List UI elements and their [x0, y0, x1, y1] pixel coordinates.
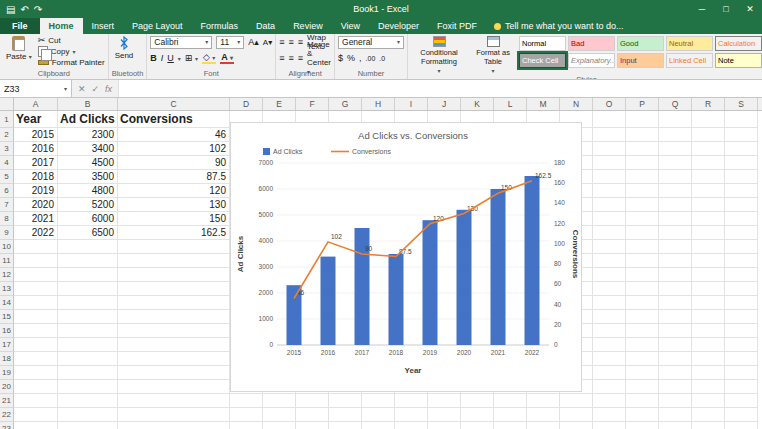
cell-B5[interactable]: 3500	[58, 170, 118, 184]
cell-R4[interactable]	[692, 156, 725, 170]
cell-C14[interactable]	[118, 296, 230, 310]
cell-B17[interactable]	[58, 338, 118, 352]
decrease-decimal-button[interactable]: .0	[379, 55, 385, 62]
cell-P2[interactable]	[626, 128, 659, 142]
cell-P5[interactable]	[626, 170, 659, 184]
cell-A15[interactable]	[14, 310, 58, 324]
cell-O1[interactable]	[593, 111, 626, 128]
column-header-J[interactable]: J	[428, 98, 461, 110]
column-header-F[interactable]: F	[296, 98, 329, 110]
cell-R7[interactable]	[692, 198, 725, 212]
cell-P3[interactable]	[626, 142, 659, 156]
cell-C8[interactable]: 150	[118, 212, 230, 226]
cell-A13[interactable]	[14, 282, 58, 296]
cell-B7[interactable]: 5200	[58, 198, 118, 212]
cell-B11[interactable]	[58, 254, 118, 268]
cell-G22[interactable]	[329, 408, 362, 422]
cell-B3[interactable]: 3400	[58, 142, 118, 156]
cell-S14[interactable]	[725, 296, 758, 310]
cut-button[interactable]: ✂Cut	[38, 36, 105, 45]
cell-R9[interactable]	[692, 226, 725, 240]
cell-A10[interactable]	[14, 240, 58, 254]
cell-O7[interactable]	[593, 198, 626, 212]
cell-A12[interactable]	[14, 268, 58, 282]
cell-A23[interactable]	[14, 422, 58, 429]
cell-O11[interactable]	[593, 254, 626, 268]
row-header-22[interactable]: 22	[0, 408, 14, 422]
cell-C6[interactable]: 120	[118, 184, 230, 198]
cell-P10[interactable]	[626, 240, 659, 254]
cell-H22[interactable]	[362, 408, 395, 422]
cell-O5[interactable]	[593, 170, 626, 184]
conditional-formatting-button[interactable]: Conditional Formatting▾	[411, 35, 467, 75]
cell-S13[interactable]	[725, 282, 758, 296]
cell-P1[interactable]	[626, 111, 659, 128]
cell-S8[interactable]	[725, 212, 758, 226]
cell-B19[interactable]	[58, 366, 118, 380]
cell-S10[interactable]	[725, 240, 758, 254]
row-header-6[interactable]: 6	[0, 184, 14, 198]
tab-view[interactable]: View	[332, 18, 369, 34]
row-header-21[interactable]: 21	[0, 394, 14, 408]
tab-home[interactable]: Home	[40, 18, 83, 34]
cell-S17[interactable]	[725, 338, 758, 352]
cell-O13[interactable]	[593, 282, 626, 296]
cell-R18[interactable]	[692, 352, 725, 366]
cell-S6[interactable]	[725, 184, 758, 198]
bottom-align-icon[interactable]: ≡	[298, 37, 303, 47]
cell-Q2[interactable]	[659, 128, 692, 142]
row-header-15[interactable]: 15	[0, 310, 14, 324]
cell-C18[interactable]	[118, 352, 230, 366]
cell-Q20[interactable]	[659, 380, 692, 394]
cell-S3[interactable]	[725, 142, 758, 156]
cell-J23[interactable]	[428, 422, 461, 429]
cell-P13[interactable]	[626, 282, 659, 296]
cell-Q6[interactable]	[659, 184, 692, 198]
cell-A19[interactable]	[14, 366, 58, 380]
cell-C11[interactable]	[118, 254, 230, 268]
cell-R17[interactable]	[692, 338, 725, 352]
chart[interactable]: 0100020003000400050006000700002040608010…	[230, 122, 582, 392]
row-header-10[interactable]: 10	[0, 240, 14, 254]
cell-O23[interactable]	[593, 422, 626, 429]
cell-S11[interactable]	[725, 254, 758, 268]
cell-M23[interactable]	[527, 422, 560, 429]
cell-P8[interactable]	[626, 212, 659, 226]
column-header-I[interactable]: I	[395, 98, 428, 110]
row-header-9[interactable]: 9	[0, 226, 14, 240]
cell-S7[interactable]	[725, 198, 758, 212]
cell-style-normal[interactable]: Normal	[519, 36, 566, 51]
cell-G21[interactable]	[329, 394, 362, 408]
cell-S16[interactable]	[725, 324, 758, 338]
cell-O8[interactable]	[593, 212, 626, 226]
cell-A17[interactable]	[14, 338, 58, 352]
row-header-12[interactable]: 12	[0, 268, 14, 282]
cell-L23[interactable]	[494, 422, 527, 429]
cell-A22[interactable]	[14, 408, 58, 422]
cell-Q12[interactable]	[659, 268, 692, 282]
cell-Q22[interactable]	[659, 408, 692, 422]
cell-S4[interactable]	[725, 156, 758, 170]
cell-N21[interactable]	[560, 394, 593, 408]
row-header-23[interactable]: 23	[0, 422, 14, 429]
column-header-E[interactable]: E	[263, 98, 296, 110]
cell-S5[interactable]	[725, 170, 758, 184]
cell-C15[interactable]	[118, 310, 230, 324]
cell-style-neutral[interactable]: Neutral	[666, 36, 713, 51]
cell-Q23[interactable]	[659, 422, 692, 429]
cell-D21[interactable]	[230, 394, 263, 408]
insert-function-icon[interactable]: fx	[105, 84, 112, 94]
cell-S9[interactable]	[725, 226, 758, 240]
column-header-O[interactable]: O	[593, 98, 626, 110]
cell-Q18[interactable]	[659, 352, 692, 366]
cell-S18[interactable]	[725, 352, 758, 366]
column-header-R[interactable]: R	[692, 98, 725, 110]
cell-B8[interactable]: 6000	[58, 212, 118, 226]
cell-O19[interactable]	[593, 366, 626, 380]
cell-P19[interactable]	[626, 366, 659, 380]
cell-H21[interactable]	[362, 394, 395, 408]
cell-R16[interactable]	[692, 324, 725, 338]
cell-Q8[interactable]	[659, 212, 692, 226]
cell-A14[interactable]	[14, 296, 58, 310]
cell-B12[interactable]	[58, 268, 118, 282]
